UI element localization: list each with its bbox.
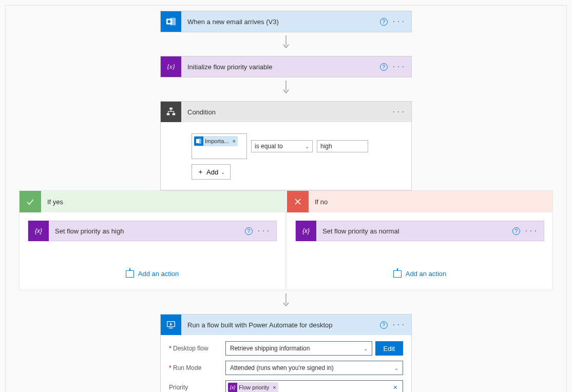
- run-desktop-flow-node[interactable]: Run a flow built with Power Automate for…: [160, 314, 412, 392]
- help-icon[interactable]: ?: [512, 227, 520, 235]
- run-mode-value: Attended (runs when you're signed in): [230, 364, 334, 371]
- branch-no: If no {x} Set flow priority as normal ? …: [287, 190, 553, 290]
- branch-yes: If yes {x} Set flow priority as high ? ·…: [19, 190, 285, 290]
- more-menu-icon[interactable]: · · ·: [391, 17, 406, 26]
- init-var-header[interactable]: {x} Initialize flow priority variable ? …: [161, 56, 411, 77]
- outlook-icon: [161, 11, 181, 32]
- more-menu-icon[interactable]: · · ·: [256, 226, 271, 236]
- dynamic-token-flow-priority[interactable]: {x} Flow priority ×: [228, 382, 278, 392]
- add-label: Add: [206, 168, 218, 176]
- add-condition-button[interactable]: ＋ Add ⌄: [192, 164, 231, 180]
- svg-rect-11: [167, 113, 170, 115]
- outlook-token-icon: [194, 136, 203, 146]
- variable-token-icon: {x}: [228, 383, 237, 392]
- help-icon[interactable]: ?: [245, 227, 253, 235]
- token-remove-icon[interactable]: ×: [230, 138, 237, 144]
- trigger-header[interactable]: When a new email arrives (V3) ? · · ·: [161, 11, 411, 32]
- dynamic-token-importance[interactable]: Importa... ×: [194, 136, 238, 146]
- desktop-flow-label: * Desktop flow: [169, 345, 225, 352]
- condition-body: Importa... × is equal to ⌄ high ＋ Add ⌄: [161, 122, 411, 190]
- set-priority-high-node[interactable]: {x} Set flow priority as high ? · · ·: [28, 221, 277, 241]
- more-menu-icon[interactable]: · · ·: [391, 320, 406, 329]
- condition-icon: [161, 102, 181, 122]
- svg-marker-22: [170, 323, 173, 326]
- priority-label: Priority: [169, 384, 225, 391]
- condition-header[interactable]: Condition · · ·: [161, 102, 411, 122]
- token-text: Flow priority: [237, 384, 271, 390]
- chevron-down-icon: ⌄: [305, 144, 309, 149]
- priority-input[interactable]: {x} Flow priority × ×: [225, 380, 403, 392]
- set-normal-title: Set flow priority as normal: [322, 227, 512, 235]
- run-mode-select[interactable]: Attended (runs when you're signed in) ⌄: [225, 361, 403, 375]
- svg-rect-6: [169, 108, 173, 110]
- help-icon[interactable]: ?: [380, 63, 388, 71]
- run-flow-title: Run a flow built with Power Automate for…: [187, 321, 380, 329]
- svg-point-2: [167, 20, 170, 23]
- help-icon[interactable]: ?: [380, 18, 388, 26]
- plus-icon: ＋: [197, 167, 204, 177]
- check-icon: [20, 191, 41, 212]
- svg-text:{x}: {x}: [35, 227, 42, 234]
- desktop-flow-value: Retrieve shipping information: [230, 345, 310, 352]
- desktop-flow-icon: [161, 315, 181, 335]
- variable-icon: {x}: [28, 221, 49, 241]
- add-action-icon: [393, 270, 402, 278]
- chevron-down-icon: ⌄: [394, 365, 398, 371]
- arrow-icon: [281, 35, 291, 50]
- run-flow-body: * Desktop flow Retrieve shipping informa…: [161, 335, 411, 392]
- condition-node[interactable]: Condition · · · Importa... × is equal: [160, 101, 412, 190]
- more-menu-icon[interactable]: · · ·: [391, 107, 406, 116]
- condition-title: Condition: [187, 108, 391, 116]
- condition-left-operand[interactable]: Importa... ×: [192, 133, 247, 159]
- set-priority-normal-node[interactable]: {x} Set flow priority as normal ? · · ·: [295, 221, 544, 241]
- init-var-title: Initialize flow priority variable: [187, 63, 380, 71]
- close-icon: [287, 191, 309, 212]
- chevron-down-icon: ⌄: [221, 169, 225, 175]
- condition-operator-select[interactable]: is equal to ⌄: [251, 140, 313, 152]
- add-action-no[interactable]: Add an action: [393, 270, 447, 278]
- run-mode-label: * Run Mode: [169, 364, 225, 371]
- svg-rect-14: [198, 139, 201, 144]
- edit-button[interactable]: Edit: [375, 341, 403, 356]
- svg-text:{x}: {x}: [167, 63, 175, 70]
- condition-value-input[interactable]: high: [317, 140, 368, 152]
- svg-text:{x}: {x}: [302, 227, 310, 234]
- set-high-title: Set flow priority as high: [55, 227, 245, 235]
- svg-rect-1: [170, 18, 176, 26]
- trigger-node[interactable]: When a new email arrives (V3) ? · · ·: [160, 11, 412, 32]
- more-menu-icon[interactable]: · · ·: [523, 226, 539, 236]
- initialize-variable-node[interactable]: {x} Initialize flow priority variable ? …: [160, 56, 412, 77]
- arrow-icon: [281, 293, 291, 308]
- variable-icon: {x}: [296, 221, 316, 241]
- desktop-flow-select[interactable]: Retrieve shipping information ⌄: [225, 341, 372, 356]
- token-remove-icon[interactable]: ×: [271, 384, 278, 390]
- add-action-label: Add an action: [138, 270, 179, 278]
- run-flow-header[interactable]: Run a flow built with Power Automate for…: [161, 315, 411, 335]
- clear-field-icon[interactable]: ×: [390, 383, 401, 391]
- flow-canvas: When a new email arrives (V3) ? · · · {x…: [5, 5, 567, 392]
- token-text: Importa...: [203, 138, 230, 144]
- add-action-label: Add an action: [406, 270, 447, 278]
- help-icon[interactable]: ?: [380, 321, 388, 329]
- branch-yes-label: If yes: [47, 198, 63, 206]
- add-action-yes[interactable]: Add an action: [126, 270, 179, 278]
- condition-value-text: high: [320, 143, 332, 150]
- trigger-title: When a new email arrives (V3): [187, 18, 380, 26]
- chevron-down-icon: ⌄: [364, 346, 368, 351]
- branch-no-label: If no: [315, 198, 328, 206]
- branch-no-header: If no: [287, 191, 552, 212]
- variable-icon: {x}: [161, 56, 181, 77]
- svg-rect-12: [173, 113, 176, 115]
- operator-value: is equal to: [255, 143, 283, 150]
- arrow-icon: [281, 81, 291, 95]
- branch-yes-header: If yes: [20, 191, 285, 212]
- add-action-icon: [126, 270, 134, 278]
- condition-branches: If yes {x} Set flow priority as high ? ·…: [6, 190, 566, 290]
- more-menu-icon[interactable]: · · ·: [391, 62, 406, 71]
